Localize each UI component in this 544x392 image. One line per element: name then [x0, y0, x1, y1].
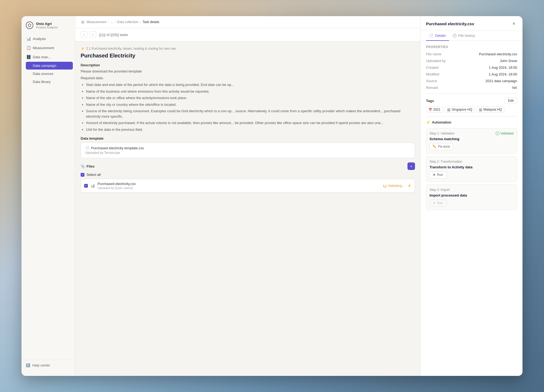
sidebar-item-data-man-label: Data man... — [33, 55, 51, 59]
step-2-action: Transform to Activity data — [430, 165, 514, 169]
property-created: Created 1 Aug 2024, 18:00 — [426, 66, 517, 70]
properties-title: Properties — [426, 45, 517, 49]
select-all-checkbox[interactable]: ✓ — [81, 173, 84, 177]
tags-row: Tags Edit — [426, 97, 517, 104]
step-2-run-button[interactable]: Run — [430, 171, 447, 178]
property-label-file-name: File name — [426, 52, 456, 56]
property-value-file-name: Purchased electricity.csv — [456, 52, 517, 56]
divider-2 — [426, 116, 517, 117]
property-value-uploaded-by: John Snow — [456, 59, 517, 63]
file-history-tab-icon: 🕐 — [452, 34, 457, 38]
task-body: ⚡ 2.1 Purchased electricity, steam, heat… — [75, 41, 420, 376]
file-info: Purchased electricity.csv Uploaded by {{… — [98, 182, 381, 190]
details-tab-label: Details — [435, 34, 446, 38]
validated-icon: ✓ — [496, 132, 499, 135]
template-card: 📄 Purchased electricity template.csv Upl… — [81, 143, 415, 158]
breadcrumb-measurement[interactable]: Measurement — [87, 20, 106, 24]
task-category: ⚡ 2.1 Purchased electricity, steam, heat… — [81, 47, 415, 50]
building-icon-1: 🏢 — [447, 108, 451, 111]
sidebar-item-analysis-label: Analysis — [33, 37, 46, 41]
company-name: Onio Agri — [36, 22, 58, 26]
task-header: ‹ › {{1}} of {{33}} tasks — [75, 28, 420, 41]
logo-text: Onio Agri Product footprint — [36, 22, 58, 29]
step-3-name: Step 3: Import — [430, 188, 450, 192]
analysis-icon: 📊 — [26, 37, 31, 41]
description-label: Description — [81, 63, 415, 67]
sidebar-logo: Onio Agri Product footprint — [22, 21, 75, 34]
template-file-name: 📄 Purchased electricity template.csv — [85, 146, 410, 150]
help-center-link[interactable]: ℹ️ Help center — [22, 360, 75, 371]
help-label: Help center — [32, 363, 50, 367]
step-2-name: Step 2: Transformation — [430, 160, 462, 164]
step-3-action: Import processed data — [430, 193, 514, 197]
property-label-created: Created — [426, 66, 456, 70]
automation-section: ⚡ Automation Step 1: Validation ✓ Valida… — [426, 120, 517, 210]
tag-malaysia-hq: 🏢 Malaysia HQ — [476, 107, 504, 112]
property-label-source: Source — [426, 79, 456, 83]
right-panel-title: Purchased electricity.csv — [426, 21, 474, 30]
tab-details[interactable]: 📄 Details — [426, 31, 449, 41]
prev-task-button[interactable]: ‹ — [81, 31, 87, 38]
automation-title: ⚡ Automation — [426, 120, 517, 124]
property-uploaded-by: Uploaded by John Snow — [426, 59, 517, 63]
sidebar-item-data-campaign[interactable]: Data campaign — [26, 62, 73, 70]
step-3-card: Step 3: Import Import processed data Run — [426, 184, 517, 210]
sidebar-item-data-man[interactable]: 🗄️ Data man... — [24, 53, 73, 61]
next-task-button[interactable]: › — [90, 31, 96, 38]
svg-point-0 — [28, 24, 31, 27]
sidebar-item-data-library[interactable]: Data library — [26, 78, 73, 86]
breadcrumb-sep-1: / — [108, 20, 109, 24]
bullet-item-7: Unit for the data in the previous field. — [86, 127, 415, 132]
sidebar-item-measurement-label: Measurement — [33, 46, 54, 50]
close-button[interactable]: ✕ — [511, 20, 517, 27]
sidebar-item-data-sources[interactable]: Data sources — [26, 70, 73, 78]
help-icon: ℹ️ — [26, 363, 30, 367]
bullet-item-2: Name of the business unit where emission… — [86, 89, 415, 94]
tag-singapore-label: Singapore HQ — [452, 108, 472, 111]
right-panel-header: Purchased electricity.csv ✕ — [421, 16, 522, 31]
file-action-icon[interactable]: ⚡ — [407, 184, 411, 188]
step-3-header: Step 3: Import — [430, 188, 514, 192]
data-template-label: Data template — [81, 136, 415, 140]
breadcrumb-sep-2: / — [115, 20, 116, 24]
files-title: 📎 Files — [81, 164, 95, 168]
company-subtitle: Product footprint — [36, 26, 58, 29]
file-row: ✓ 📊 Purchased electricity.csv Uploaded b… — [81, 179, 415, 193]
breadcrumb-data-collection[interactable]: Data collection — [117, 20, 138, 24]
right-panel: Purchased electricity.csv ✕ 📄 Details 🕐 … — [420, 16, 522, 376]
paperclip-icon: 📎 — [81, 164, 85, 168]
step-1-name: Step 1: Validation — [430, 132, 454, 135]
edit-tags-button[interactable]: Edit — [504, 97, 517, 104]
file-table-icon: 📊 — [91, 184, 95, 188]
files-header: 📎 Files + — [81, 162, 415, 170]
upload-button[interactable]: + — [407, 162, 415, 170]
sidebar-item-analysis[interactable]: 📊 Analysis — [24, 34, 73, 43]
property-remark: Remark NA — [426, 86, 517, 90]
fix-error-button[interactable]: ✏️ Fix error — [430, 143, 453, 150]
required-data-list: Start date and end date of the period fo… — [81, 82, 415, 132]
select-all-row[interactable]: ✓ Select all — [81, 173, 415, 177]
task-description: Please download the provided template — [81, 69, 415, 73]
property-label-modified: Modified — [426, 72, 456, 76]
bullet-item-3: Name of the site or office where the act… — [86, 95, 415, 101]
breadcrumb-ellipsis[interactable]: ... — [110, 20, 113, 24]
tab-file-history[interactable]: 🕐 File history — [449, 31, 478, 41]
task-title: Purchased Electricity — [81, 53, 415, 59]
file-checkbox[interactable]: ✓ — [84, 184, 88, 188]
file-uploader: Uploaded by {{user name}} — [98, 186, 381, 190]
sidebar-item-measurement[interactable]: 📋 Measurement — [24, 43, 73, 52]
right-panel-tabs: 📄 Details 🕐 File history — [421, 31, 522, 41]
file-csv-icon: 📄 — [85, 146, 90, 150]
task-counter: {{1}} of {{33}} tasks — [99, 33, 128, 37]
select-all-label: Select all — [87, 173, 101, 177]
sidebar-sub-menu: Data campaign Data sources Data library — [24, 62, 73, 86]
step-1-card: Step 1: Validation ✓ Validated Schema ma… — [426, 128, 517, 154]
logo-icon — [26, 21, 33, 29]
data-template-section: Data template 📄 Purchased electricity te… — [81, 136, 415, 158]
property-value-source: 2021 data campaign — [456, 79, 517, 83]
bullet-item-6: Amount of electricity purchased. If the … — [86, 120, 415, 126]
main-content: ⊞ Measurement / ... / Data collection / … — [75, 16, 420, 376]
play-icon-step-2 — [434, 174, 435, 176]
building-icon-2: 🏢 — [479, 108, 482, 111]
bullet-item-4: Name of the city or country where the si… — [86, 102, 415, 107]
